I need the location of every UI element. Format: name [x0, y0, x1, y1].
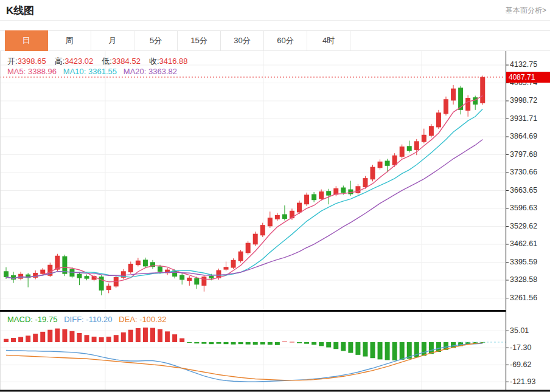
close-value: 3416.88	[159, 57, 188, 66]
open-label: 开:	[7, 57, 18, 66]
svg-text:3529.62: 3529.62	[510, 222, 537, 230]
ma20-value: MA20: 3363.82	[124, 67, 177, 76]
svg-text:4132.75: 4132.75	[510, 60, 537, 69]
high-value: 3423.02	[64, 57, 93, 66]
svg-text:-17.30: -17.30	[510, 343, 531, 352]
svg-text:3462.61: 3462.61	[510, 239, 537, 248]
kline-page: K线图 基本面分析> 日 周 月 5分 15分 30分 60分 4时 4132.…	[0, 0, 550, 392]
macd-info-row: MACD: -19.75 DIFF: -110.20 DEA: -100.32	[7, 315, 166, 324]
ma-info-row: MA5: 3388.96 MA10: 3361.55 MA20: 3363.82	[7, 67, 177, 76]
ma5-value: MA5: 3388.96	[7, 67, 63, 76]
svg-text:3864.69: 3864.69	[510, 132, 537, 140]
svg-text:3663.65: 3663.65	[510, 186, 537, 194]
open-value: 3398.65	[18, 57, 46, 66]
svg-text:3797.68: 3797.68	[510, 150, 537, 159]
low-label: 低:	[102, 57, 112, 66]
svg-text:35.01: 35.01	[510, 326, 529, 335]
ohlc-info-row: 开:3398.65高:3423.02低:3384.52收:3416.88	[7, 56, 197, 67]
diff-value: DIFF: -110.20	[64, 315, 119, 324]
svg-text:3328.58: 3328.58	[510, 275, 537, 284]
svg-text:3730.66: 3730.66	[510, 168, 537, 176]
svg-text:3931.71: 3931.71	[510, 114, 537, 123]
svg-text:3998.72: 3998.72	[510, 96, 537, 105]
svg-text:3261.56: 3261.56	[510, 294, 537, 302]
high-label: 高:	[55, 57, 65, 66]
svg-text:3596.63: 3596.63	[510, 204, 537, 212]
macd-value: MACD: -19.75	[7, 315, 64, 324]
dea-value: DEA: -100.32	[119, 315, 166, 324]
svg-text:-69.62: -69.62	[510, 360, 531, 369]
current-price-badge: 4087.71	[506, 72, 550, 83]
svg-text:-121.93: -121.93	[510, 377, 535, 386]
ma10-value: MA10: 3361.55	[63, 67, 124, 76]
close-label: 收:	[149, 57, 159, 66]
svg-text:3395.59: 3395.59	[510, 258, 537, 266]
low-value: 3384.52	[112, 57, 141, 66]
